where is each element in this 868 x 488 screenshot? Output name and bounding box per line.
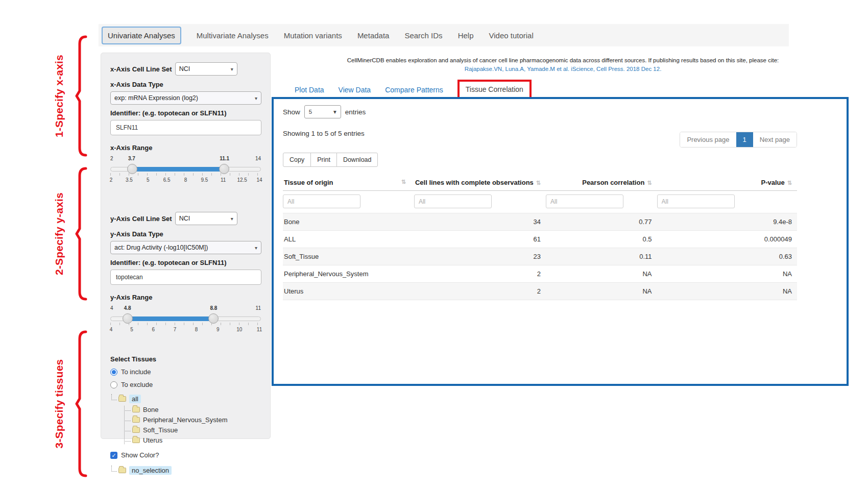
chevron-down-icon: ▾ [231, 66, 233, 72]
pagination: Previous page 1 Next page [680, 132, 797, 148]
step3-label: 3-Specify tissues [53, 359, 65, 449]
tree-node-all[interactable]: all [110, 395, 261, 403]
tree-node-peripheral-nervous-system[interactable]: Peripheral_Nervous_System [124, 416, 261, 424]
folder-icon [132, 437, 140, 443]
nav-tab-mutation-variants[interactable]: Mutation variants [284, 31, 342, 40]
tab-plot-data[interactable]: Plot Data [295, 86, 324, 94]
x-range-high-value: 11.1 [220, 156, 229, 161]
result-tabs: Plot Data View Data Compare Patterns Tis… [295, 81, 532, 99]
x-axis-data-type-label: x-Axis Data Type [110, 81, 261, 88]
y-axis-data-type-label: y-Axis Data Type [110, 230, 261, 238]
entries-count-select[interactable]: 5 ▾ [304, 105, 341, 118]
slider-high-handle[interactable] [219, 164, 229, 174]
tree-node-soft-tissue[interactable]: Soft_Tissue [124, 426, 261, 434]
column-header-pearson-correlation[interactable]: Pearson correlation⇅ [546, 174, 657, 191]
slider-track[interactable] [110, 167, 261, 172]
citation-link[interactable]: Rajapakse.VN, Luna.A, Yamade.M et al. iS… [278, 65, 848, 74]
folder-icon [132, 417, 140, 423]
y-axis-identifier-input[interactable] [110, 270, 261, 285]
x-axis-cell-line-set-label: x-Axis Cell Line Set [110, 65, 172, 73]
radio-to-exclude[interactable]: To exclude [110, 381, 261, 388]
show-label: Show [283, 108, 300, 116]
filter-tissue-input[interactable] [283, 194, 360, 208]
filter-cell-lines-input[interactable] [414, 194, 492, 208]
tree-connector [125, 425, 131, 431]
x-axis-data-type-select[interactable]: exp: mRNA Expression (log2) ▾ [110, 91, 261, 105]
column-header-tissue-of-origin[interactable]: Tissue of origin⇅ [283, 174, 414, 191]
folder-icon [132, 407, 140, 412]
y-axis-data-type-select[interactable]: act: Drug Activity (-log10[IC50M]) ▾ [110, 241, 261, 254]
nav-tab-help[interactable]: Help [458, 31, 474, 40]
nav-tab-multivariate-analyses[interactable]: Multivariate Analyses [197, 31, 269, 40]
x-axis-range-slider[interactable]: 2 3.7 11.1 14 2 3.5 5 6.5 8 9.5 11 12.5 … [110, 156, 261, 185]
selection-tree: no_selection [110, 466, 261, 475]
sort-icon[interactable]: ⇅ [647, 180, 652, 186]
red-highlight-box: Tissue Correlation [457, 80, 532, 99]
x-axis-identifier-label: Identifier: (e.g. topotecan or SLFN11) [110, 109, 261, 117]
slider-hashmarks [110, 323, 261, 325]
slider-low-handle[interactable] [123, 313, 133, 324]
nav-tab-metadata[interactable]: Metadata [357, 31, 390, 40]
filter-p-value-input[interactable] [657, 194, 735, 208]
tree-node-bone[interactable]: Bone [124, 406, 261, 413]
correlation-table: Tissue of origin⇅ Cell lines with comple… [283, 174, 797, 300]
folder-icon [132, 427, 140, 433]
step2-bracket [76, 166, 88, 301]
tree-connector [125, 415, 131, 421]
previous-page-button[interactable]: Previous page [680, 132, 736, 147]
tissue-correlation-panel: Show 5 ▾ entries Showing 1 to 5 of 5 ent… [272, 97, 849, 386]
checkbox-checked-icon: ✓ [110, 452, 117, 459]
y-axis-range-slider[interactable]: 4 4.8 8.8 11 4 5 6 7 8 9 10 11 [110, 305, 261, 335]
step1-bracket [76, 35, 88, 157]
slider-track[interactable] [110, 316, 261, 321]
x-axis-range-label: x-Axis Range [110, 144, 261, 152]
slider-low-handle[interactable] [127, 164, 137, 174]
tab-view-data[interactable]: View Data [339, 86, 371, 94]
sort-icon[interactable]: ⇅ [401, 179, 406, 185]
sort-icon[interactable]: ⇅ [787, 180, 792, 186]
page-1-button[interactable]: 1 [736, 132, 753, 147]
x-axis-identifier-input[interactable] [110, 120, 261, 135]
citation-text: CellMinerCDB enables exploration and ana… [278, 56, 848, 65]
select-tissues-heading: Select Tissues [110, 355, 261, 363]
page: 1-Specify x-axis 2-Specify y-axis 3-Spec… [0, 0, 868, 488]
radio-to-include[interactable]: To include [110, 368, 261, 376]
tab-tissue-correlation[interactable]: Tissue Correlation [466, 85, 523, 93]
table-row: Uterus 2 NA NA [283, 283, 797, 300]
table-row: Soft_Tissue 23 0.11 0.63 [283, 248, 797, 265]
slider-high-handle[interactable] [208, 313, 219, 324]
step3-bracket [76, 330, 88, 478]
tab-compare-patterns[interactable]: Compare Patterns [385, 86, 443, 94]
copy-button[interactable]: Copy [283, 153, 311, 167]
sort-icon[interactable]: ⇅ [536, 180, 541, 186]
tree-node-no-selection[interactable]: no_selection [110, 466, 261, 475]
tree-node-uterus[interactable]: Uterus [124, 436, 261, 444]
y-axis-cell-line-set-label: y-Axis Cell Line Set [110, 215, 172, 223]
filter-row [283, 191, 797, 213]
print-button[interactable]: Print [310, 153, 337, 167]
top-navbar: Univariate Analyses Multivariate Analyse… [99, 24, 789, 46]
show-color-checkbox[interactable]: ✓ Show Color? [110, 451, 261, 459]
column-header-p-value[interactable]: P-value⇅ [657, 174, 797, 191]
column-header-cell-lines[interactable]: Cell lines with complete observations⇅ [414, 174, 546, 191]
nav-tab-video-tutorial[interactable]: Video tutorial [489, 31, 533, 40]
y-axis-cell-line-set-select[interactable]: NCI ▾ [175, 212, 237, 225]
x-range-low-value: 3.7 [128, 156, 135, 161]
slider-fill [128, 316, 213, 321]
folder-icon [118, 396, 126, 402]
download-button[interactable]: Download [336, 153, 378, 167]
tree-connector [111, 394, 117, 400]
entries-label: entries [345, 108, 366, 116]
chevron-down-icon: ▾ [333, 108, 336, 115]
folder-icon [118, 468, 126, 473]
nav-tab-univariate-analyses[interactable]: Univariate Analyses [102, 27, 181, 44]
x-axis-cell-line-set-select[interactable]: NCI ▾ [175, 62, 237, 76]
nav-tab-search-ids[interactable]: Search IDs [404, 31, 442, 40]
y-range-min: 4 [110, 305, 113, 311]
step1-label: 1-Specify x-axis [53, 55, 65, 137]
filter-pearson-input[interactable] [546, 194, 623, 208]
next-page-button[interactable]: Next page [753, 132, 797, 147]
radio-selected-icon [110, 369, 117, 376]
tissue-tree: all Bone Peripheral_Nervous_System Soft_… [110, 395, 261, 444]
slider-fill [132, 167, 225, 172]
